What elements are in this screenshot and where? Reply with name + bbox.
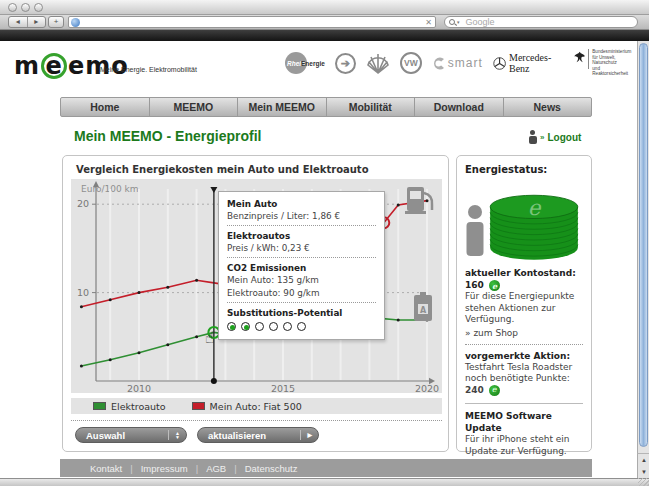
- footer-separator: |: [196, 463, 198, 474]
- federal-eagle-icon: [574, 49, 585, 65]
- brand-tagline: Meine Energie. Elektromobilität: [100, 66, 197, 73]
- chart-tooltip: Mein Auto Benzinpreis / Liter: 1,86 € El…: [218, 191, 385, 340]
- browser-toolbar: ◂ ▸ + ✕ ▾ Google: [0, 15, 649, 30]
- logout-button[interactable]: » Logout: [528, 130, 581, 144]
- zum-shop-link[interactable]: » zum Shop: [465, 327, 583, 339]
- logout-arrows: »: [540, 133, 544, 142]
- svg-text:e: e: [528, 195, 542, 220]
- vertical-scrollbar[interactable]: [637, 41, 649, 453]
- nav-tab-meemo[interactable]: MEEMO: [150, 98, 239, 116]
- svg-text:10: 10: [77, 287, 89, 298]
- kontostand-line: aktueller Kontostand: 160 e: [465, 267, 583, 291]
- footer-link-datenschutz[interactable]: Datenschutz: [245, 463, 298, 474]
- energy-status-sidebar: Energiestatus: e aktueller Kontostand:: [456, 155, 592, 452]
- nav-tab-mein-meemo[interactable]: Mein MEEMO: [238, 98, 327, 116]
- sidebar-heading: Energiestatus:: [465, 164, 583, 175]
- energy-coin-icon: e: [489, 385, 500, 396]
- solid-divider: [465, 403, 583, 404]
- nav-tab-download[interactable]: Download: [415, 98, 504, 116]
- potential-dot-empty[interactable]: [297, 322, 306, 331]
- nav-tab-mobilität[interactable]: Mobilität: [327, 98, 416, 116]
- search-icon: [449, 19, 455, 25]
- potential-dot-empty[interactable]: [255, 322, 264, 331]
- svg-text:A: A: [420, 306, 427, 315]
- logo-green-circle-e: e: [41, 53, 67, 79]
- smart-c-icon: [432, 57, 445, 70]
- vw-logo: VW: [400, 52, 422, 74]
- legend-swatch: [192, 402, 205, 410]
- potential-dot-filled[interactable]: [241, 322, 250, 331]
- energy-balance-graphic: e: [465, 179, 583, 267]
- logo-letter: m: [14, 52, 40, 80]
- aktualisieren-button[interactable]: aktualisieren ▶: [197, 427, 319, 443]
- back-button[interactable]: ◂: [9, 17, 28, 27]
- select-updown-icon: ▲▼: [168, 430, 186, 440]
- arrow-circle-logo: ➔: [335, 53, 356, 74]
- punkte-line: noch benötigte Punkte: 240 e: [465, 373, 583, 396]
- tooltip-section-title: Mein Auto: [227, 199, 376, 209]
- window-titlebar[interactable]: [0, 0, 649, 15]
- logo-letter: e: [68, 52, 85, 80]
- scrollbar-arrows[interactable]: ▲ ▼: [637, 453, 649, 478]
- scroll-up-arrow-icon[interactable]: ▲: [638, 454, 649, 466]
- tooltip-section-title: Substitutions-Potential: [227, 308, 376, 318]
- svg-text:2010: 2010: [127, 383, 151, 393]
- hand-cursor-icon: ☝: [205, 328, 215, 347]
- new-tab-button[interactable]: +: [48, 16, 64, 28]
- svg-text:2015: 2015: [271, 383, 295, 393]
- footer-links-bar: Kontakt|Impressum|AGB|Datenschutz: [60, 459, 592, 477]
- scroll-down-arrow-icon[interactable]: ▼: [638, 466, 649, 478]
- resize-grip-icon[interactable]: [638, 478, 649, 486]
- zoom-window-button[interactable]: [34, 3, 43, 12]
- nav-tab-news[interactable]: News: [504, 98, 592, 116]
- dotted-divider: [465, 344, 583, 345]
- page-title: Mein MEEMO - Energieprofil: [74, 128, 261, 144]
- user-icon: [528, 130, 537, 144]
- potential-dot-empty[interactable]: [269, 322, 278, 331]
- energy-coin-stack-icon: e: [483, 179, 585, 267]
- minimize-window-button[interactable]: [21, 3, 30, 12]
- shell-logo: [366, 52, 390, 74]
- browser-statusbar: [0, 478, 649, 486]
- footer-separator: |: [130, 463, 132, 474]
- search-options-chevron-icon[interactable]: ▾: [457, 19, 460, 25]
- tooltip-section-title: CO2 Emissionen: [227, 263, 376, 273]
- history-nav-buttons[interactable]: ◂ ▸: [8, 16, 46, 28]
- submit-arrow-icon: ▶: [300, 430, 318, 440]
- browser-window: ◂ ▸ + ✕ ▾ Google ▲ ▼ meemo Meine Energie…: [0, 0, 649, 486]
- footer-separator: |: [234, 463, 236, 474]
- svg-text:2020: 2020: [415, 383, 439, 393]
- dotted-divider: [71, 420, 442, 421]
- clear-url-icon[interactable]: ✕: [425, 17, 432, 28]
- footer-link-impressum[interactable]: Impressum: [141, 463, 188, 474]
- scrollbar-thumb[interactable]: [639, 43, 648, 447]
- potential-dot-empty[interactable]: [283, 322, 292, 331]
- mercedes-logo: Mercedes-Benz: [493, 52, 564, 74]
- search-placeholder: Google: [466, 17, 495, 27]
- partner-logos-row: Rhein Energie ➔ VW smart Mercedes: [285, 46, 635, 80]
- mercedes-star-icon: [493, 56, 506, 71]
- chart-legend: ElektroautoMein Auto: Fiat 500: [71, 398, 442, 414]
- site-favicon-globe-icon: [71, 18, 80, 27]
- rheinenergie-logo: Rhein Energie: [285, 52, 325, 74]
- footer-link-kontakt[interactable]: Kontakt: [90, 463, 122, 474]
- auswahl-select[interactable]: Auswahl ▲▼: [75, 427, 187, 443]
- bmu-logo: Bundesministerium für Umwelt, Naturschut…: [574, 49, 635, 77]
- battery-icon: A: [414, 292, 432, 321]
- svg-text:20: 20: [77, 198, 89, 209]
- person-icon: [465, 205, 485, 257]
- legend-swatch: [93, 402, 106, 410]
- main-navigation: HomeMEEMOMein MEEMOMobilitätDownloadNews: [60, 97, 592, 117]
- forward-button[interactable]: ▸: [28, 17, 46, 27]
- address-bar[interactable]: ✕: [68, 16, 436, 28]
- nav-tab-home[interactable]: Home: [61, 98, 150, 116]
- close-window-button[interactable]: [8, 3, 17, 12]
- search-input[interactable]: ▾ Google: [444, 16, 638, 28]
- chart-title: Vergleich Energiekosten mein Auto und El…: [76, 164, 369, 175]
- energy-profile-panel: Vergleich Energiekosten mein Auto und El…: [62, 155, 449, 452]
- legend-item: Mein Auto: Fiat 500: [192, 401, 302, 412]
- potential-dot-filled[interactable]: [227, 322, 236, 331]
- page-top-dark-band: [0, 30, 649, 41]
- footer-link-agb[interactable]: AGB: [206, 463, 226, 474]
- smart-logo: smart: [432, 56, 483, 70]
